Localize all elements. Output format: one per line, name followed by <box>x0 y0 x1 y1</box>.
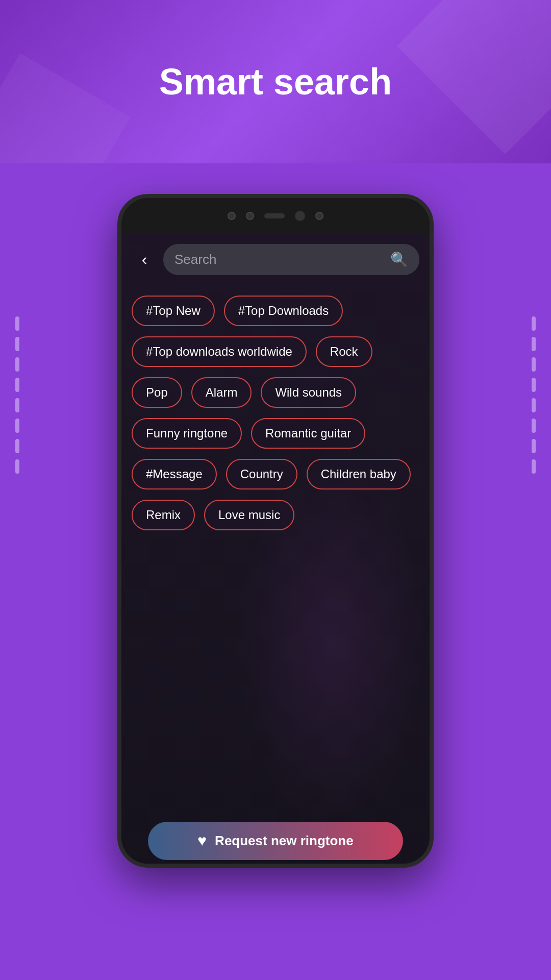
bottom-button-area: ♥ Request new ringtone <box>121 818 430 864</box>
deco-dot <box>15 357 19 372</box>
deco-dot <box>15 419 19 433</box>
header-area: Smart search <box>0 0 551 163</box>
tag-top-downloads[interactable]: #Top Downloads <box>224 296 343 326</box>
deco-dot <box>15 378 19 392</box>
tag-wild-sounds[interactable]: Wild sounds <box>261 377 356 408</box>
deco-dot <box>532 459 536 474</box>
tags-row-4: Funny ringtone Romantic guitar <box>132 418 419 449</box>
tag-love-music[interactable]: Love music <box>204 500 294 530</box>
phone-screen: ‹ Search 🔍 #Top New #Top Downloads #Top … <box>121 234 430 864</box>
deco-dot <box>532 419 536 433</box>
deco-dot <box>532 378 536 392</box>
tag-message[interactable]: #Message <box>132 459 217 489</box>
phone-mockup: ‹ Search 🔍 #Top New #Top Downloads #Top … <box>117 194 434 868</box>
heart-icon: ♥ <box>197 832 207 849</box>
search-placeholder: Search <box>174 252 384 267</box>
tag-alarm[interactable]: Alarm <box>191 377 252 408</box>
deco-dot <box>15 459 19 474</box>
deco-left <box>15 316 19 474</box>
deco-right <box>532 316 536 474</box>
tags-container: #Top New #Top Downloads #Top downloads w… <box>121 285 430 541</box>
tag-funny-ringtone[interactable]: Funny ringtone <box>132 418 242 449</box>
phone-sensor <box>264 213 285 218</box>
tag-country[interactable]: Country <box>226 459 297 489</box>
tag-top-downloads-worldwide[interactable]: #Top downloads worldwide <box>132 336 307 367</box>
tags-row-2: #Top downloads worldwide Rock <box>132 336 419 367</box>
request-button-label: Request new ringtone <box>215 833 354 849</box>
tag-rock[interactable]: Rock <box>316 336 372 367</box>
tag-romantic-guitar[interactable]: Romantic guitar <box>251 418 365 449</box>
deco-dot <box>15 316 19 331</box>
deco-dot <box>15 337 19 351</box>
tag-top-new[interactable]: #Top New <box>132 296 215 326</box>
deco-dot <box>532 316 536 331</box>
deco-dot <box>532 398 536 412</box>
phone-camera <box>228 212 236 220</box>
phone-camera-2 <box>246 212 254 220</box>
deco-dot <box>15 439 19 453</box>
deco-dot <box>532 439 536 453</box>
tags-row-6: Remix Love music <box>132 500 419 530</box>
request-ringtone-button[interactable]: ♥ Request new ringtone <box>148 822 403 860</box>
phone-camera-3 <box>315 212 323 220</box>
main-background: ‹ Search 🔍 #Top New #Top Downloads #Top … <box>0 163 551 980</box>
back-button[interactable]: ‹ <box>132 247 157 273</box>
deco-dot <box>532 337 536 351</box>
tag-pop[interactable]: Pop <box>132 377 182 408</box>
phone-dot <box>295 211 305 221</box>
tags-row-5: #Message Country Children baby <box>132 459 419 489</box>
search-bar-row: ‹ Search 🔍 <box>121 234 430 285</box>
deco-dot <box>15 398 19 412</box>
search-input-container[interactable]: Search 🔍 <box>163 244 419 275</box>
search-icon[interactable]: 🔍 <box>390 251 408 268</box>
tag-children-baby[interactable]: Children baby <box>307 459 411 489</box>
page-title: Smart search <box>159 61 392 103</box>
phone-top-bar <box>121 198 430 234</box>
tags-row-3: Pop Alarm Wild sounds <box>132 377 419 408</box>
deco-dot <box>532 357 536 372</box>
tags-row-1: #Top New #Top Downloads <box>132 296 419 326</box>
tag-remix[interactable]: Remix <box>132 500 195 530</box>
